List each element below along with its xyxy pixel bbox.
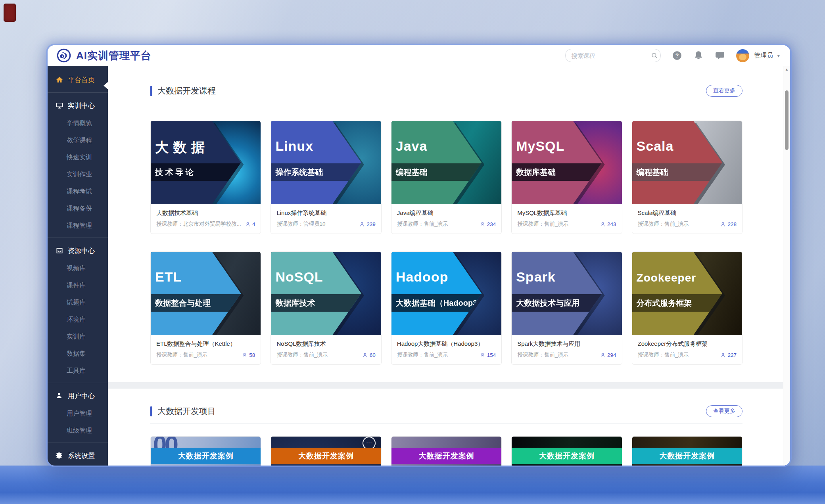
course-thumbnail: 大 数 据 技 术 导 论 bbox=[151, 121, 261, 204]
thumbnail-arrow-shape: 大 数 据 技 术 导 论 bbox=[151, 121, 241, 204]
svg-text:?: ? bbox=[675, 52, 679, 59]
app-title: AI实训管理平台 bbox=[76, 49, 152, 63]
project-thumbnail: 00 大数据开发案例 bbox=[151, 437, 261, 466]
course-teacher: 授课教师：售前_演示 bbox=[156, 351, 238, 358]
project-card[interactable]: 大数据开发案例 bbox=[632, 436, 742, 466]
search-box bbox=[565, 49, 661, 62]
sidebar-item-box[interactable]: 资源中心 bbox=[48, 241, 108, 260]
course-title: Spark大数据技术与应用 bbox=[517, 340, 616, 348]
project-card[interactable]: ⋯ 大数据开发案例 bbox=[271, 436, 381, 466]
thumbnail-subtitle: 编程基础 bbox=[391, 163, 482, 181]
home-icon bbox=[56, 76, 63, 84]
section-divider bbox=[150, 103, 742, 103]
search-icon[interactable] bbox=[651, 52, 658, 59]
desktop-icon[interactable] bbox=[4, 4, 16, 22]
sidebar-subitem[interactable]: 数据集 bbox=[48, 345, 108, 362]
sidebar-subitem[interactable]: 课程备份 bbox=[48, 200, 108, 217]
student-count-icon bbox=[480, 352, 485, 358]
thumbnail-subtitle: 大数据基础（Hadoop3） bbox=[391, 294, 482, 312]
monitor-icon bbox=[56, 102, 63, 109]
thumbnail-arrow-shape: Java 编程基础 bbox=[391, 121, 482, 204]
project-card[interactable]: 大数据开发案例 bbox=[391, 436, 502, 466]
sidebar-divider bbox=[48, 383, 108, 383]
sidebar-subitem[interactable]: 环境库 bbox=[48, 311, 108, 328]
course-teacher: 授课教师：售前_演示 bbox=[517, 220, 597, 228]
sidebar-divider bbox=[48, 238, 108, 238]
user-avatar[interactable] bbox=[736, 49, 749, 62]
sidebar-subitem[interactable]: 工具库 bbox=[48, 362, 108, 379]
course-teacher: 授课教师：管理员10 bbox=[276, 220, 356, 228]
course-teacher: 授课教师：售前_演示 bbox=[397, 351, 476, 358]
scrollbar-up-arrow-icon[interactable]: ▲ bbox=[783, 67, 790, 71]
course-card[interactable]: Java 编程基础 Java编程基础 授课教师：售前_演示 234 bbox=[391, 121, 502, 234]
thumbnail-subtitle: 数据库技术 bbox=[271, 294, 361, 312]
sidebar-subitem[interactable]: 实训作业 bbox=[48, 166, 108, 183]
sidebar-subitem[interactable]: 学情概览 bbox=[48, 115, 108, 132]
sidebar-subitem[interactable]: 视频库 bbox=[48, 260, 108, 277]
student-count: 228 bbox=[727, 221, 737, 227]
thumbnail-title: ETL bbox=[155, 269, 182, 285]
sidebar-subitem[interactable]: 用户管理 bbox=[48, 405, 108, 422]
thumbnail-arrow-shape: ETL 数据整合与处理 bbox=[151, 252, 241, 335]
user-name[interactable]: 管理员 bbox=[754, 52, 773, 60]
sidebar-subitem[interactable]: 教学课程 bbox=[48, 132, 108, 149]
sidebar-subitem[interactable]: 实训库 bbox=[48, 328, 108, 345]
project-thumbnail: 大数据开发案例 bbox=[632, 437, 742, 466]
project-banner-label: 大数据开发案例 bbox=[151, 448, 261, 464]
course-card[interactable]: Linux 操作系统基础 Linux操作系统基础 授课教师：管理员10 239 bbox=[271, 121, 381, 234]
message-chat-icon[interactable] bbox=[715, 50, 725, 61]
course-card[interactable]: MySQL 数据库基础 MySQL数据库基础 授课教师：售前_演示 243 bbox=[511, 121, 622, 234]
thumbnail-arrow-shape: MySQL 数据库基础 bbox=[512, 121, 602, 204]
sidebar-subitem[interactable]: 课件库 bbox=[48, 277, 108, 294]
view-more-courses-button[interactable]: 查看更多 bbox=[706, 85, 742, 97]
scrollbar-thumb[interactable] bbox=[785, 90, 789, 150]
course-card[interactable]: Spark 大数据技术与应用 Spark大数据技术与应用 授课教师：售前_演示 … bbox=[511, 251, 622, 365]
course-thumbnail: Java 编程基础 bbox=[391, 121, 501, 204]
sidebar-subitem[interactable]: 试题库 bbox=[48, 294, 108, 311]
course-card[interactable]: Zookeeper 分布式服务框架 Zookeeper分布式服务框架 授课教师：… bbox=[632, 251, 742, 365]
course-thumbnail: MySQL 数据库基础 bbox=[512, 121, 622, 204]
desktop-taskbar-band bbox=[0, 466, 825, 504]
thumbnail-title: NoSQL bbox=[275, 269, 323, 285]
course-title: Java编程基础 bbox=[397, 209, 496, 217]
notification-bell-icon[interactable] bbox=[693, 50, 704, 61]
project-card[interactable]: 00 大数据开发案例 bbox=[150, 436, 261, 466]
course-card[interactable]: Hadoop 大数据基础（Hadoop3） Hadoop大数据基础（Hadoop… bbox=[391, 251, 502, 365]
sidebar-subitem[interactable]: 课程考试 bbox=[48, 183, 108, 200]
sidebar-subitem[interactable]: 课程管理 bbox=[48, 217, 108, 234]
student-count-icon bbox=[600, 221, 606, 227]
app-logo-icon bbox=[56, 48, 71, 63]
thumbnail-subtitle: 操作系统基础 bbox=[271, 163, 361, 181]
course-card[interactable]: NoSQL 数据库技术 NoSQL数据库技术 授课教师：售前_演示 60 bbox=[271, 251, 381, 365]
student-count: 58 bbox=[249, 352, 255, 358]
section-courses: 大数据开发课程 查看更多 大 数 据 技 术 导 论 大数据技术基础 授课教师：… bbox=[108, 66, 790, 382]
section-title-bar bbox=[150, 406, 152, 416]
sidebar-item-gear[interactable]: 系统设置 bbox=[48, 447, 108, 465]
project-thumbnail: 大数据开发案例 bbox=[391, 437, 501, 466]
sidebar-item-user[interactable]: 用户中心 bbox=[48, 387, 108, 405]
scrollbar[interactable]: ▲ bbox=[783, 66, 790, 466]
projects-grid: 00 大数据开发案例 ⋯ 大数据开发案例 大数据开发案例 大数据开发案例 大数据… bbox=[150, 436, 742, 466]
thumbnail-subtitle: 数据库基础 bbox=[512, 163, 602, 181]
thumbnail-arrow-shape: NoSQL 数据库技术 bbox=[271, 252, 361, 335]
user-icon bbox=[56, 392, 63, 400]
student-count: 239 bbox=[366, 221, 376, 227]
search-input[interactable] bbox=[570, 52, 651, 59]
help-icon[interactable]: ? bbox=[672, 50, 682, 61]
view-more-projects-button[interactable]: 查看更多 bbox=[706, 405, 742, 417]
course-card[interactable]: ETL 数据整合与处理 ETL数据整合与处理（Kettle） 授课教师：售前_演… bbox=[150, 251, 261, 365]
desktop: { "header": { "app_title": "AI实训管理平台", "… bbox=[0, 0, 825, 504]
chevron-down-icon[interactable]: ▾ bbox=[777, 53, 780, 59]
main-content: 大数据开发课程 查看更多 大 数 据 技 术 导 论 大数据技术基础 授课教师：… bbox=[108, 66, 790, 466]
course-teacher: 授课教师：售前_演示 bbox=[397, 220, 476, 228]
sidebar-subitem[interactable]: 快速实训 bbox=[48, 149, 108, 166]
sidebar-item-monitor[interactable]: 实训中心 bbox=[48, 96, 108, 115]
thumbnail-title: MySQL bbox=[516, 138, 564, 154]
project-card[interactable]: 大数据开发案例 bbox=[511, 436, 622, 466]
sidebar-item-home[interactable]: 平台首页 bbox=[48, 71, 108, 89]
project-banner-label: 大数据开发案例 bbox=[271, 448, 381, 464]
course-card[interactable]: Scala 编程基础 Scala编程基础 授课教师：售前_演示 228 bbox=[632, 121, 742, 234]
sidebar-subitem[interactable]: 班级管理 bbox=[48, 422, 108, 439]
course-card[interactable]: 大 数 据 技 术 导 论 大数据技术基础 授课教师：北京市对外贸易学校教...… bbox=[150, 121, 261, 234]
course-title: NoSQL数据库技术 bbox=[276, 340, 375, 348]
